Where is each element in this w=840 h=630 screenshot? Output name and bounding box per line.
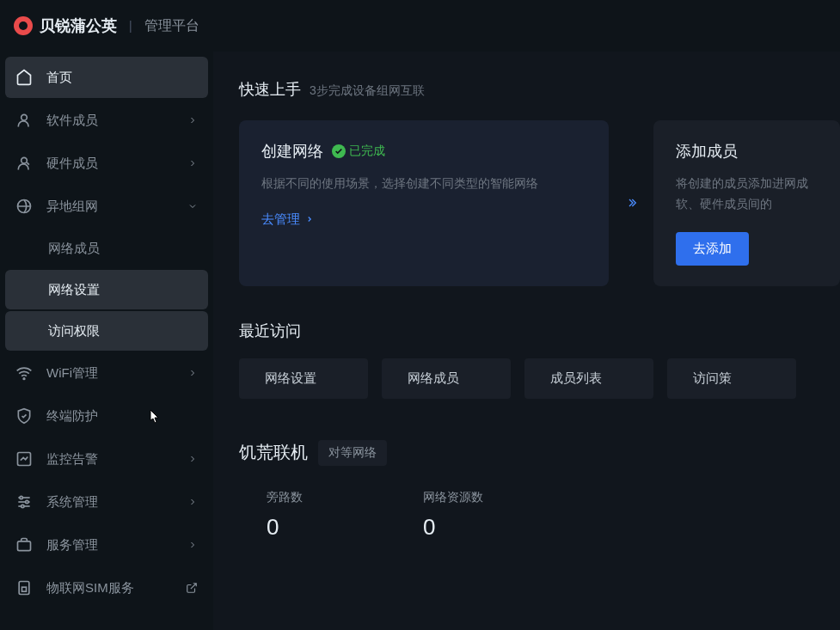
svg-point-8 xyxy=(20,496,22,498)
logo-icon xyxy=(14,16,33,35)
recent-title: 最近访问 xyxy=(239,321,840,341)
sidebar-item-service[interactable]: 服务管理 xyxy=(5,524,208,566)
user-icon xyxy=(15,112,33,129)
chevron-down-icon xyxy=(187,201,198,211)
sidebar: 首页 软件成员 硬件成员 异地组网 xyxy=(0,52,213,630)
add-members-card: 添加成员 将创建的成员添加进网成软、硬件成员间的 去添加 xyxy=(653,120,840,286)
sidebar-item-label: 首页 xyxy=(46,70,198,86)
wifi-icon xyxy=(15,364,33,382)
status-text: 已完成 xyxy=(349,144,385,159)
brand-suffix: 管理平台 xyxy=(144,17,199,35)
stat-bypass: 旁路数 0 xyxy=(267,490,303,541)
svg-point-1 xyxy=(21,157,28,163)
network-section: 饥荒联机 对等网络 旁路数 0 网络资源数 0 xyxy=(239,399,840,541)
sidebar-item-label: 终端防护 xyxy=(46,408,198,425)
recent-chip-access-policy[interactable]: 访问策 xyxy=(667,358,796,399)
brand-name: 贝锐蒲公英 xyxy=(40,15,117,36)
recent-chip-member-list[interactable]: 成员列表 xyxy=(524,358,653,399)
chevron-right-icon xyxy=(187,158,198,168)
chevron-right-icon xyxy=(187,497,198,507)
chevron-right-icon xyxy=(187,115,198,125)
briefcase-icon xyxy=(15,536,33,554)
sidebar-item-home[interactable]: 首页 xyxy=(5,57,208,98)
sidebar-item-network-members[interactable]: 网络成员 xyxy=(5,229,208,268)
sidebar-item-software-members[interactable]: 软件成员 xyxy=(5,100,208,141)
card-description: 将创建的成员添加进网成软、硬件成员间的 xyxy=(676,174,818,215)
sidebar-item-label: 服务管理 xyxy=(46,537,187,554)
logo[interactable]: 贝锐蒲公英 | 管理平台 xyxy=(14,15,199,36)
check-icon xyxy=(332,144,346,158)
svg-point-3 xyxy=(23,378,25,380)
sidebar-item-label: 网络设置 xyxy=(48,282,198,298)
link-label: 去管理 xyxy=(261,211,300,228)
sidebar-item-label: 物联网SIM服务 xyxy=(46,580,186,596)
recent-chip-network-settings[interactable]: 网络设置 xyxy=(239,358,368,399)
sidebar-item-label: WiFi管理 xyxy=(46,365,187,382)
sidebar-item-hardware-members[interactable]: 硬件成员 xyxy=(5,143,208,184)
chart-icon xyxy=(15,450,33,468)
sidebar-item-monitoring[interactable]: 监控告警 xyxy=(5,438,208,480)
sidebar-item-label: 异地组网 xyxy=(46,199,187,215)
svg-point-9 xyxy=(26,500,28,503)
card-title: 创建网络 xyxy=(261,141,323,162)
chevron-right-icon xyxy=(305,215,314,223)
shield-icon xyxy=(15,407,33,425)
sidebar-item-iot-sim[interactable]: 物联网SIM服务 xyxy=(5,567,208,609)
sidebar-item-label: 监控告警 xyxy=(46,451,187,468)
recent-section: 最近访问 网络设置 网络成员 成员列表 访问策 xyxy=(239,286,840,399)
sidebar-item-label: 网络成员 xyxy=(48,241,198,257)
brand-divider: | xyxy=(129,19,132,33)
sidebar-item-endpoint-protection[interactable]: 终端防护 xyxy=(5,395,208,437)
stat-label: 旁路数 xyxy=(267,490,303,505)
sidebar-item-wifi[interactable]: WiFi管理 xyxy=(5,352,208,394)
sidebar-item-label: 软件成员 xyxy=(46,113,187,129)
sim-icon xyxy=(15,579,33,596)
external-link-icon xyxy=(186,582,198,594)
stat-value: 0 xyxy=(267,514,303,541)
quick-start-title: 快速上手 xyxy=(239,79,301,100)
sidebar-item-remote-network[interactable]: 异地组网 xyxy=(5,186,208,227)
manage-link[interactable]: 去管理 xyxy=(261,211,314,228)
chevron-right-icon xyxy=(187,540,198,550)
card-description: 根据不同的使用场景，选择创建不同类型的智能网络 xyxy=(261,174,586,194)
network-type-badge: 对等网络 xyxy=(318,440,387,466)
svg-point-0 xyxy=(21,114,28,120)
stat-label: 网络资源数 xyxy=(423,490,483,505)
svg-rect-11 xyxy=(18,541,31,551)
sidebar-item-label: 系统管理 xyxy=(46,494,187,511)
next-arrow-icon[interactable] xyxy=(624,196,638,210)
main-content: 快速上手 3步完成设备组网互联 创建网络 已完成 根据不同的使用场景，选择创 xyxy=(213,52,840,630)
status-badge: 已完成 xyxy=(332,144,385,159)
card-title: 添加成员 xyxy=(676,141,738,162)
svg-point-10 xyxy=(21,505,24,507)
home-icon xyxy=(15,69,33,86)
globe-icon xyxy=(15,198,33,215)
svg-rect-13 xyxy=(22,587,27,591)
header: 贝锐蒲公英 | 管理平台 xyxy=(0,0,840,52)
quick-start-subtitle: 3步完成设备组网互联 xyxy=(310,83,425,99)
add-button[interactable]: 去添加 xyxy=(676,232,749,266)
hardware-icon xyxy=(15,155,33,172)
sidebar-item-system[interactable]: 系统管理 xyxy=(5,481,208,523)
chevron-right-icon xyxy=(187,454,198,464)
stat-resource: 网络资源数 0 xyxy=(423,490,483,541)
sidebar-item-access-control[interactable]: 访问权限 xyxy=(5,311,208,351)
sidebar-item-network-settings[interactable]: 网络设置 xyxy=(5,270,208,309)
settings-icon xyxy=(15,493,33,511)
sidebar-item-label: 硬件成员 xyxy=(46,156,187,172)
network-title: 饥荒联机 xyxy=(239,441,308,464)
sidebar-item-label: 访问权限 xyxy=(48,323,198,339)
chevron-right-icon xyxy=(187,368,198,378)
recent-chip-network-members[interactable]: 网络成员 xyxy=(382,358,511,399)
quick-start-section: 快速上手 3步完成设备组网互联 创建网络 已完成 根据不同的使用场景，选择创 xyxy=(239,52,840,286)
create-network-card: 创建网络 已完成 根据不同的使用场景，选择创建不同类型的智能网络 去管理 xyxy=(239,120,609,286)
stat-value: 0 xyxy=(423,514,483,541)
